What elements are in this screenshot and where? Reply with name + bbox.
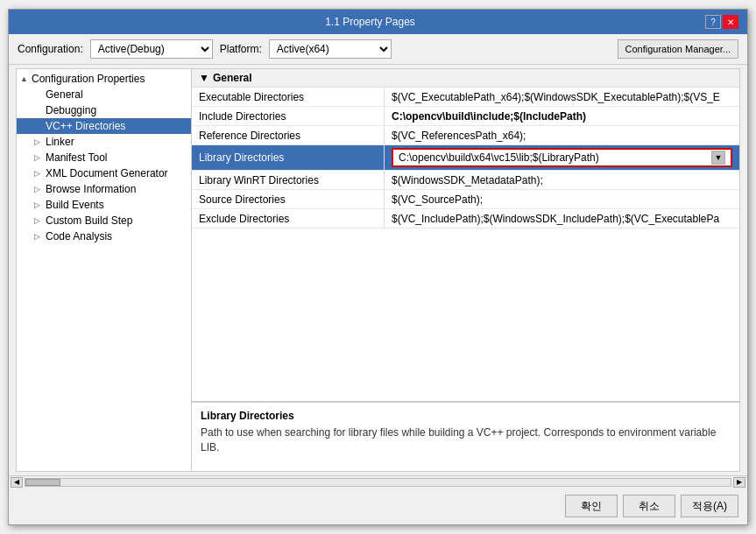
- tree-arrow-config-props: ▲: [20, 74, 29, 83]
- left-panel: ▲Configuration PropertiesGeneralDebuggin…: [17, 69, 192, 471]
- tree-label-manifest-tool: Manifest Tool: [46, 151, 107, 164]
- prop-dropdown-btn-lib-dir[interactable]: ▼: [711, 151, 725, 165]
- platform-dropdown[interactable]: Active(x64): [269, 39, 392, 59]
- tree-label-code-analysis: Code Analysis: [46, 230, 112, 242]
- prop-name-lib-winrt-dir: Library WinRT Directories: [192, 171, 385, 189]
- scroll-track[interactable]: [25, 478, 731, 487]
- platform-label: Platform:: [220, 43, 262, 55]
- scroll-left-button[interactable]: ◀: [11, 477, 23, 488]
- prop-value-text-exec-dir: $(VC_ExecutablePath_x64);$(WindowsSDK_Ex…: [385, 88, 739, 106]
- tree-label-custom-build-step: Custom Build Step: [46, 214, 132, 227]
- main-content: ▲Configuration PropertiesGeneralDebuggin…: [16, 68, 740, 472]
- tree-item-config-props[interactable]: ▲Configuration Properties: [17, 71, 191, 87]
- tree-item-browse-info[interactable]: ▷Browse Information: [17, 181, 191, 197]
- tree-label-config-props: Configuration Properties: [32, 73, 145, 85]
- tree-arrow-linker: ▷: [34, 137, 43, 146]
- footer: 확인 취소 적용(A): [9, 488, 747, 524]
- prop-name-include-dir: Include Directories: [192, 107, 385, 125]
- prop-value-text-lib-winrt-dir: $(WindowsSDK_MetadataPath);: [385, 171, 739, 189]
- config-label: Configuration:: [18, 43, 83, 55]
- prop-row-include-dir[interactable]: Include DirectoriesC:\opencv\build\inclu…: [192, 107, 739, 126]
- prop-name-exec-dir: Executable Directories: [192, 88, 385, 106]
- prop-row-lib-dir[interactable]: Library DirectoriesC:\opencv\build\x64\v…: [192, 145, 739, 171]
- title-bar: 1.1 Property Pages ? ✕: [9, 10, 747, 34]
- prop-value-text-source-dir: $(VC_SourcePath);: [385, 190, 739, 208]
- prop-name-ref-dir: Reference Directories: [192, 126, 385, 144]
- tree-label-linker: Linker: [46, 136, 74, 148]
- section-title: General: [213, 72, 252, 84]
- tree-arrow-custom-build-step: ▷: [34, 216, 43, 225]
- prop-row-exclude-dir[interactable]: Exclude Directories$(VC_IncludePath);$(W…: [192, 209, 739, 228]
- prop-name-exclude-dir: Exclude Directories: [192, 209, 385, 228]
- prop-value-text-exclude-dir: $(VC_IncludePath);$(WindowsSDK_IncludePa…: [385, 209, 739, 228]
- right-panel: ▼ General Executable Directories$(VC_Exe…: [192, 69, 739, 471]
- prop-row-lib-winrt-dir[interactable]: Library WinRT Directories$(WindowsSDK_Me…: [192, 171, 739, 190]
- scroll-thumb[interactable]: [25, 479, 60, 486]
- properties-table: ▼ General Executable Directories$(VC_Exe…: [192, 69, 739, 401]
- prop-value-text-lib-dir: C:\opencv\build\x64\vc15\lib;$(LibraryPa…: [399, 151, 599, 164]
- tree-item-build-events[interactable]: ▷Build Events: [17, 197, 191, 213]
- section-arrow: ▼: [199, 72, 209, 84]
- horizontal-scrollbar[interactable]: ◀ ▶: [9, 475, 747, 488]
- props-container: Executable Directories$(VC_ExecutablePat…: [192, 88, 739, 228]
- configuration-dropdown[interactable]: Active(Debug): [90, 39, 213, 59]
- config-bar: Configuration: Active(Debug) Platform: A…: [9, 34, 747, 65]
- tree-label-build-events: Build Events: [46, 199, 104, 211]
- tree-item-vc-directories[interactable]: VC++ Directories: [17, 118, 191, 134]
- property-pages-dialog: 1.1 Property Pages ? ✕ Configuration: Ac…: [8, 9, 748, 525]
- dialog-title: 1.1 Property Pages: [35, 16, 705, 28]
- tree-arrow-code-analysis: ▷: [34, 232, 43, 241]
- prop-value-text-ref-dir: $(VC_ReferencesPath_x64);: [385, 126, 739, 144]
- prop-row-source-dir[interactable]: Source Directories$(VC_SourcePath);: [192, 190, 739, 209]
- tree-label-debugging: Debugging: [46, 104, 96, 116]
- tree-item-debugging[interactable]: Debugging: [17, 102, 191, 118]
- tree-arrow-xml-doc-gen: ▷: [34, 169, 43, 178]
- prop-value-text-include-dir: C:\opencv\build\include;$(IncludePath): [392, 110, 586, 123]
- tree-item-code-analysis[interactable]: ▷Code Analysis: [17, 228, 191, 244]
- tree-item-linker[interactable]: ▷Linker: [17, 134, 191, 150]
- tree-label-xml-doc-gen: XML Document Generator: [46, 167, 168, 179]
- scroll-right-button[interactable]: ▶: [733, 477, 745, 488]
- tree-arrow-build-events: ▷: [34, 200, 43, 209]
- tree-item-custom-build-step[interactable]: ▷Custom Build Step: [17, 213, 191, 228]
- tree-item-general[interactable]: General: [17, 87, 191, 102]
- tree-item-xml-doc-gen[interactable]: ▷XML Document Generator: [17, 165, 191, 181]
- tree-arrow-browse-info: ▷: [34, 185, 43, 193]
- close-button[interactable]: ✕: [723, 15, 738, 29]
- prop-row-exec-dir[interactable]: Executable Directories$(VC_ExecutablePat…: [192, 88, 739, 107]
- prop-value-lib-dir: C:\opencv\build\x64\vc15\lib;$(LibraryPa…: [385, 145, 739, 170]
- title-bar-controls: ? ✕: [705, 15, 738, 29]
- config-manager-button[interactable]: Configuration Manager...: [618, 39, 738, 59]
- prop-name-lib-dir: Library Directories: [192, 145, 385, 170]
- tree-container: ▲Configuration PropertiesGeneralDebuggin…: [17, 71, 191, 244]
- info-title: Library Directories: [201, 410, 731, 422]
- tree-label-browse-info: Browse Information: [46, 183, 136, 195]
- tree-label-general: General: [46, 88, 83, 101]
- prop-name-source-dir: Source Directories: [192, 190, 385, 208]
- prop-value-include-dir: C:\opencv\build\include;$(IncludePath): [385, 107, 739, 125]
- tree-arrow-manifest-tool: ▷: [34, 153, 43, 162]
- info-panel: Library Directories Path to use when sea…: [192, 401, 739, 471]
- section-header: ▼ General: [192, 69, 739, 88]
- cancel-button[interactable]: 취소: [623, 495, 675, 517]
- prop-value-highlighted-lib-dir: C:\opencv\build\x64\vc15\lib;$(LibraryPa…: [392, 148, 732, 167]
- confirm-button[interactable]: 확인: [565, 495, 618, 517]
- info-text: Path to use when searching for library f…: [201, 425, 731, 455]
- apply-button[interactable]: 적용(A): [681, 495, 738, 517]
- tree-item-manifest-tool[interactable]: ▷Manifest Tool: [17, 150, 191, 165]
- prop-row-ref-dir[interactable]: Reference Directories$(VC_ReferencesPath…: [192, 126, 739, 145]
- help-button[interactable]: ?: [705, 15, 721, 29]
- tree-label-vc-directories: VC++ Directories: [46, 120, 125, 132]
